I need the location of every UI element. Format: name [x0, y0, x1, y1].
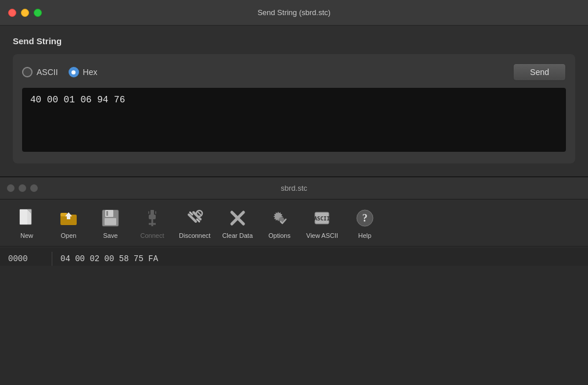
- bottom-close: [7, 184, 15, 192]
- toolbar: New Open: [0, 199, 588, 247]
- view-ascii-icon: ASCII: [310, 206, 334, 230]
- toolbar-item-options[interactable]: Options: [259, 204, 300, 241]
- data-area: 0000 04 00 02 00 58 75 FA: [0, 247, 588, 266]
- svg-line-19: [197, 219, 199, 222]
- ascii-radio-label: ASCII: [37, 67, 58, 77]
- svg-line-18: [190, 212, 192, 215]
- bottom-title: sbrd.stc: [281, 184, 307, 192]
- data-row-hex: 04 00 02 00 58 75 FA: [52, 252, 166, 266]
- traffic-lights: [8, 9, 42, 17]
- bottom-title-bar: sbrd.stc: [0, 177, 588, 199]
- toolbar-item-open[interactable]: Open: [48, 204, 89, 241]
- save-icon: [99, 206, 122, 230]
- toolbar-item-new[interactable]: New: [6, 204, 48, 241]
- toolbar-item-save[interactable]: Save: [89, 204, 131, 241]
- title-bar: Send String (sbrd.stc): [0, 0, 588, 26]
- radio-group: ASCII Hex: [22, 67, 513, 77]
- svg-text:ASCII: ASCII: [314, 216, 330, 222]
- bottom-area: sbrd.stc New: [0, 177, 588, 266]
- toolbar-item-clear-data[interactable]: Clear Data: [216, 204, 259, 241]
- ascii-radio[interactable]: ASCII: [22, 67, 58, 77]
- svg-rect-9: [106, 211, 108, 216]
- toolbar-label-disconnect: Disconnect: [179, 232, 210, 239]
- hex-input[interactable]: 40 00 01 06 94 76: [22, 88, 566, 152]
- toolbar-item-help[interactable]: ? Help: [344, 204, 386, 241]
- svg-text:?: ?: [362, 212, 367, 224]
- toolbar-label-view-ascii: View ASCII: [306, 232, 338, 239]
- ascii-radio-circle: [22, 67, 33, 77]
- data-row-address: 0000: [0, 252, 52, 266]
- hex-radio[interactable]: Hex: [69, 67, 98, 77]
- disconnect-icon: [183, 206, 206, 230]
- toolbar-label-connect: Connect: [141, 232, 164, 239]
- radio-row: ASCII Hex Send: [22, 63, 566, 81]
- options-icon: [268, 206, 291, 230]
- svg-rect-8: [105, 218, 116, 225]
- bottom-min: [19, 184, 26, 192]
- svg-line-16: [189, 215, 196, 222]
- toolbar-label-new: New: [20, 232, 33, 239]
- send-string-panel: Send String ASCII Hex Send 40 00 01 06 9…: [0, 26, 588, 177]
- toolbar-label-help: Help: [358, 232, 372, 239]
- bottom-traffic-lights: [7, 184, 38, 192]
- help-icon: ?: [353, 206, 377, 230]
- window-title: Send String (sbrd.stc): [257, 8, 331, 17]
- toolbar-item-connect: Connect: [131, 204, 173, 241]
- hex-radio-circle: [69, 67, 79, 77]
- connect-icon: [141, 206, 164, 230]
- svg-line-21: [198, 212, 201, 215]
- close-button[interactable]: [8, 9, 16, 17]
- maximize-button[interactable]: [34, 9, 42, 17]
- send-button[interactable]: Send: [513, 63, 566, 81]
- new-file-icon: [15, 206, 38, 230]
- toolbar-item-disconnect[interactable]: Disconnect: [173, 204, 216, 241]
- toolbar-label-clear-data: Clear Data: [222, 232, 253, 239]
- toolbar-label-options: Options: [268, 232, 291, 239]
- toolbar-label-save: Save: [103, 232, 117, 239]
- svg-rect-11: [149, 215, 156, 219]
- svg-rect-14: [148, 211, 149, 214]
- toolbar-label-open: Open: [61, 232, 77, 239]
- clear-data-icon: [226, 206, 249, 230]
- open-folder-icon: [57, 206, 80, 230]
- svg-rect-1: [20, 209, 27, 224]
- minimize-button[interactable]: [21, 9, 29, 17]
- bottom-max: [30, 184, 38, 192]
- svg-rect-15: [155, 211, 156, 214]
- panel-label: Send String: [13, 36, 575, 46]
- toolbar-item-view-ascii[interactable]: ASCII View ASCII: [300, 204, 344, 241]
- hex-radio-label: Hex: [83, 67, 98, 77]
- panel-inner: ASCII Hex Send 40 00 01 06 94 76: [13, 54, 575, 163]
